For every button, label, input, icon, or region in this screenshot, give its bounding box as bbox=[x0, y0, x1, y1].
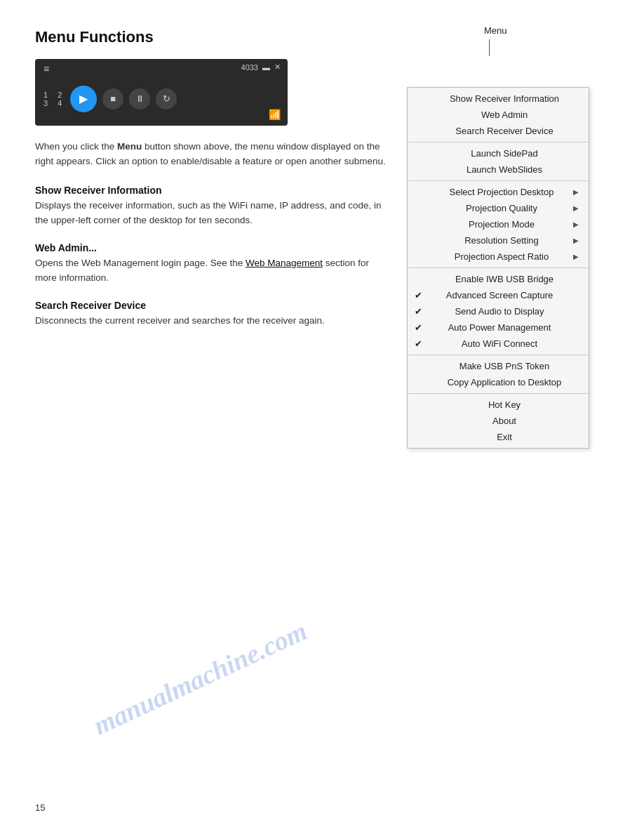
check-empty-17 bbox=[424, 377, 434, 388]
section-heading-search-receiver: Search Receiver Device bbox=[35, 300, 386, 311]
check-empty-9 bbox=[424, 235, 434, 246]
menu-item-select-projection-desktop[interactable]: Select Projection Desktop ▶ bbox=[408, 184, 589, 200]
menu-label-projection-mode: Projection Mode bbox=[469, 219, 535, 230]
check-empty-19 bbox=[424, 416, 434, 426]
menu-item-advanced-screen-capture[interactable]: ✔ Advanced Screen Capture bbox=[408, 287, 589, 303]
pause-button[interactable]: ⏸ bbox=[129, 88, 150, 110]
arrow-projection-mode: ▶ bbox=[573, 220, 579, 228]
menu-annotation-label: Menu bbox=[484, 25, 507, 36]
web-admin-text-before: Opens the Web Management login page. See… bbox=[35, 258, 246, 268]
player-number: 4033 bbox=[241, 63, 258, 72]
check-empty-10 bbox=[424, 251, 434, 262]
stop-button[interactable]: ■ bbox=[102, 88, 123, 110]
menu-label-resolution-setting: Resolution Setting bbox=[464, 235, 539, 246]
menu-label-exit: Exit bbox=[497, 432, 512, 442]
menu-item-send-audio-to-display[interactable]: ✔ Send Audio to Display bbox=[408, 303, 589, 319]
player-menu-icon: ≡ bbox=[43, 63, 49, 74]
menu-bold-word: Menu bbox=[117, 141, 142, 152]
menu-item-exit[interactable]: Exit bbox=[408, 429, 589, 445]
page-number: 15 bbox=[35, 802, 45, 813]
menu-label-make-usb-pns-token: Make USB PnS Token bbox=[459, 361, 549, 371]
menu-label-auto-power-management: Auto Power Management bbox=[448, 322, 551, 333]
menu-group-5: Make USB PnS Token Copy Application to D… bbox=[408, 355, 589, 394]
check-empty-1 bbox=[424, 93, 434, 104]
section-body-show-receiver: Displays the receiver information, such … bbox=[35, 199, 386, 228]
watermark: manualmachine.com bbox=[88, 615, 311, 741]
check-auto-power: ✔ bbox=[415, 322, 424, 333]
menu-label-auto-wifi-connect: Auto WiFi Connect bbox=[462, 338, 537, 349]
menu-item-enable-iwb-usb-bridge[interactable]: Enable IWB USB Bridge bbox=[408, 271, 589, 287]
player-num1: 1 bbox=[43, 91, 48, 99]
menu-item-projection-quality[interactable]: Projection Quality ▶ bbox=[408, 200, 589, 216]
section-heading-show-receiver: Show Receiver Information bbox=[35, 185, 386, 196]
menu-label-show-receiver-info: Show Receiver Information bbox=[450, 93, 559, 104]
menu-item-auto-wifi-connect[interactable]: ✔ Auto WiFi Connect bbox=[408, 336, 589, 352]
menu-label-enable-iwb-usb-bridge: Enable IWB USB Bridge bbox=[455, 274, 554, 284]
arrow-projection-quality: ▶ bbox=[573, 204, 579, 212]
arrow-select-projection-desktop: ▶ bbox=[573, 188, 579, 196]
check-empty-6 bbox=[424, 187, 434, 197]
player-numbers: 1 2 3 4 bbox=[43, 91, 62, 107]
refresh-button[interactable]: ↻ bbox=[156, 88, 177, 110]
player-num2: 2 bbox=[58, 91, 62, 99]
check-empty-2 bbox=[424, 110, 434, 120]
check-empty-4 bbox=[424, 148, 434, 159]
check-empty-11 bbox=[424, 274, 434, 284]
arrow-projection-aspect-ratio: ▶ bbox=[573, 253, 579, 260]
menu-label-advanced-screen-capture: Advanced Screen Capture bbox=[446, 290, 553, 300]
menu-group-4: Enable IWB USB Bridge ✔ Advanced Screen … bbox=[408, 268, 589, 355]
section-body-search-receiver: Disconnects the current receiver and sea… bbox=[35, 314, 386, 329]
menu-item-launch-sidepad[interactable]: Launch SidePad bbox=[408, 145, 589, 161]
menu-label-select-projection-desktop: Select Projection Desktop bbox=[450, 187, 554, 197]
check-empty-3 bbox=[424, 126, 434, 136]
annotation-line bbox=[489, 39, 490, 56]
menu-item-make-usb-pns-token[interactable]: Make USB PnS Token bbox=[408, 358, 589, 374]
menu-item-hot-key[interactable]: Hot Key bbox=[408, 397, 589, 413]
menu-label-about: About bbox=[492, 416, 516, 426]
menu-item-show-receiver-info[interactable]: Show Receiver Information bbox=[408, 91, 589, 107]
check-empty-16 bbox=[424, 361, 434, 371]
web-management-link[interactable]: Web Management bbox=[246, 258, 323, 268]
check-empty-20 bbox=[424, 432, 434, 442]
section-body-web-admin: Opens the Web Management login page. See… bbox=[35, 256, 386, 286]
menu-item-search-receiver[interactable]: Search Receiver Device bbox=[408, 123, 589, 139]
menu-label-hot-key: Hot Key bbox=[488, 399, 521, 410]
description-before-bold: When you click the bbox=[35, 141, 117, 152]
player-num3: 3 bbox=[43, 99, 48, 107]
right-column: Menu Show Receiver Information Web Admin bbox=[407, 52, 589, 449]
menu-item-web-admin[interactable]: Web Admin bbox=[408, 107, 589, 123]
player-top-bar: 4033 ▬ ✕ bbox=[241, 62, 281, 72]
menu-item-projection-mode[interactable]: Projection Mode ▶ bbox=[408, 216, 589, 232]
check-send-audio: ✔ bbox=[415, 306, 424, 317]
page-title: Menu Functions bbox=[35, 28, 609, 46]
menu-label-projection-quality: Projection Quality bbox=[466, 203, 537, 213]
main-description: When you click the Menu button shown abo… bbox=[35, 140, 386, 169]
section-heading-web-admin: Web Admin... bbox=[35, 242, 386, 253]
check-empty-7 bbox=[424, 203, 434, 213]
menu-item-launch-webslides[interactable]: Launch WebSlides bbox=[408, 161, 589, 178]
left-column: 4033 ▬ ✕ ≡ 1 2 3 4 ▶ ■ ⏸ bbox=[35, 59, 407, 342]
player-controls: 1 2 3 4 ▶ ■ ⏸ ↻ bbox=[43, 86, 177, 112]
menu-item-about[interactable]: About bbox=[408, 413, 589, 429]
menu-item-resolution-setting[interactable]: Resolution Setting ▶ bbox=[408, 232, 589, 249]
menu-label-send-audio-to-display: Send Audio to Display bbox=[455, 306, 544, 317]
menu-label-search-receiver: Search Receiver Device bbox=[455, 126, 553, 136]
menu-group-1: Show Receiver Information Web Admin Sear… bbox=[408, 88, 589, 143]
wifi-icon: 📶 bbox=[269, 109, 281, 120]
menu-label-copy-application-to-desktop: Copy Application to Desktop bbox=[448, 377, 562, 388]
menu-item-projection-aspect-ratio[interactable]: Projection Aspect Ratio ▶ bbox=[408, 249, 589, 265]
arrow-resolution-setting: ▶ bbox=[573, 237, 579, 244]
player-close: ✕ bbox=[274, 62, 281, 72]
check-empty-5 bbox=[424, 164, 434, 175]
player-minimize: ▬ bbox=[262, 63, 270, 72]
menu-label-launch-webslides: Launch WebSlides bbox=[467, 164, 542, 175]
player-num4: 4 bbox=[58, 99, 62, 107]
menu-group-6: Hot Key About Exit bbox=[408, 394, 589, 448]
check-empty-8 bbox=[424, 219, 434, 230]
menu-label-web-admin: Web Admin bbox=[481, 110, 528, 120]
check-advanced-screen-capture: ✔ bbox=[415, 290, 424, 300]
menu-item-copy-application-to-desktop[interactable]: Copy Application to Desktop bbox=[408, 374, 589, 390]
menu-label-launch-sidepad: Launch SidePad bbox=[471, 148, 537, 159]
menu-item-auto-power-management[interactable]: ✔ Auto Power Management bbox=[408, 319, 589, 336]
play-button[interactable]: ▶ bbox=[70, 86, 97, 112]
